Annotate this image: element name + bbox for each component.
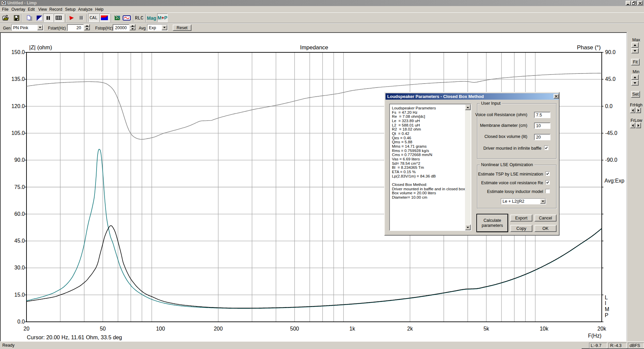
svg-text:1k: 1k bbox=[349, 326, 355, 332]
svg-text:500: 500 bbox=[290, 326, 299, 332]
svg-text:200: 200 bbox=[214, 326, 223, 332]
svg-text:90.0: 90.0 bbox=[14, 157, 25, 163]
svg-text:135.0: 135.0 bbox=[11, 76, 25, 82]
svg-text:90.0: 90.0 bbox=[605, 49, 616, 55]
svg-text:5k: 5k bbox=[483, 326, 489, 332]
svg-text:P: P bbox=[605, 312, 608, 318]
svg-text:100: 100 bbox=[156, 326, 165, 332]
svg-text:Cursor: 20.00 Hz, 11.61 Ohm, 3: Cursor: 20.00 Hz, 11.61 Ohm, 33.5 deg bbox=[27, 334, 122, 340]
svg-text:0.0: 0.0 bbox=[605, 103, 612, 109]
svg-text:|Z| (ohm): |Z| (ohm) bbox=[29, 44, 52, 51]
svg-text:20: 20 bbox=[23, 326, 30, 332]
svg-text:20k: 20k bbox=[597, 326, 606, 332]
svg-text:75.0: 75.0 bbox=[14, 184, 25, 190]
svg-text:150.0: 150.0 bbox=[11, 49, 25, 55]
svg-text:50: 50 bbox=[100, 326, 106, 332]
svg-text:0.0: 0.0 bbox=[17, 319, 25, 325]
svg-text:I: I bbox=[605, 300, 606, 306]
svg-text:-90.0: -90.0 bbox=[605, 157, 618, 163]
svg-text:M: M bbox=[605, 306, 609, 312]
svg-text:2k: 2k bbox=[407, 326, 413, 332]
svg-text:Phase (°): Phase (°) bbox=[577, 44, 601, 51]
svg-text:15.0: 15.0 bbox=[14, 292, 25, 298]
svg-text:45.0: 45.0 bbox=[14, 238, 25, 244]
svg-text:Avg:Exp: Avg:Exp bbox=[604, 178, 624, 184]
svg-text:-45.0: -45.0 bbox=[605, 130, 618, 136]
svg-text:Impedance: Impedance bbox=[300, 44, 328, 51]
svg-text:105.0: 105.0 bbox=[11, 130, 25, 136]
svg-text:10k: 10k bbox=[540, 326, 549, 332]
svg-text:L: L bbox=[605, 295, 608, 300]
svg-text:60.0: 60.0 bbox=[14, 211, 25, 217]
svg-text:F(Hz): F(Hz) bbox=[588, 333, 601, 339]
svg-text:30.0: 30.0 bbox=[14, 265, 25, 270]
svg-text:45.0: 45.0 bbox=[605, 76, 616, 82]
svg-text:120.0: 120.0 bbox=[11, 103, 25, 109]
